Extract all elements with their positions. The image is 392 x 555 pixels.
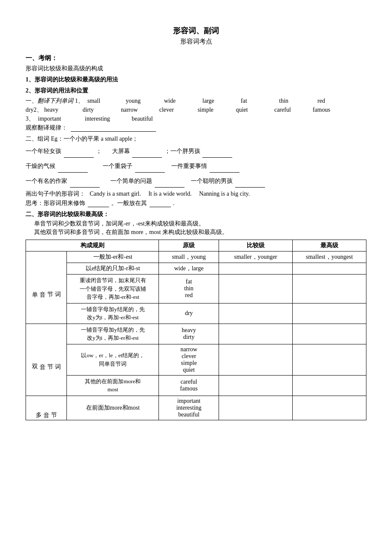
section2-header: 二、组词 Eg：一个小的平果 a small apple； [26, 135, 366, 143]
bijiao-2a [219, 324, 293, 344]
bijiao-3a [219, 396, 293, 420]
word-clever: clever [159, 107, 198, 113]
bijiao-1c [219, 275, 293, 304]
fill-3-blank3 [235, 175, 265, 188]
table-row-1b: 以e结尾的只加-r和-st wide，large [26, 263, 366, 275]
rule1: 单音节词和少数双音节词，加词尾-er，-est来构成较级和最高级。 [34, 220, 366, 228]
zuigao-2a [292, 324, 366, 344]
zuigao-1b [292, 263, 366, 275]
word-important: important [38, 116, 85, 122]
fill-1-blank1 [64, 145, 94, 158]
observation-line: 观察翻译规律： [26, 124, 366, 132]
subsection-1a: 1、形容词的比较级和最高级的用法 [26, 76, 366, 84]
subsection-1b: 2、形容词的用法和位置 [26, 87, 366, 95]
fill-3-blank2 [155, 175, 184, 188]
bijiao-1b [219, 263, 293, 275]
bijiao-1a: smaller，younger [219, 251, 293, 263]
word-thin: thin [279, 98, 317, 104]
word-red: red [317, 98, 356, 104]
fill-line-3: 一个有名的作家 一个简单的问题 一个聪明的男孩 [26, 175, 366, 188]
yuanji-2a: heavydirty [159, 324, 219, 344]
bijiao-2b [219, 344, 293, 375]
zuigao-2c [292, 375, 366, 396]
fill-3-text2: 一个简单的问题 [110, 178, 152, 184]
fill-1-text1: 一个年轻女孩 [26, 148, 61, 154]
think-end: . [173, 200, 175, 206]
rule-1c: 重读闭音节词，如末尾只有一个辅音字母，先双写该辅音字母，再加-er和-est [67, 275, 159, 304]
section3-header: 二、形容词的比较级和最高级： [26, 211, 366, 218]
section1-body: 形容词比较级和最高级的构成 [26, 65, 366, 72]
fill-1-blank2 [132, 145, 162, 158]
rule-1d: 一辅音字母加y结尾的，先改y为i，再加-er和-est [67, 303, 159, 324]
header-bijiao: 比较级 [219, 240, 293, 251]
table-row-3a: 多 音 节 在前面加more和most importantinteresting… [26, 396, 366, 420]
word-famous: famous [313, 107, 351, 113]
think-label: 思考：形容词用来修饰 [26, 200, 85, 206]
word-dirty: dirty [83, 107, 121, 113]
fill-1-text2: 大屏幕 [112, 148, 130, 154]
fill-2-blank3 [210, 160, 239, 173]
think-blank2 [150, 200, 171, 207]
yuanji-1a: small，young [159, 251, 219, 263]
fill-2-blank1 [58, 160, 88, 173]
category-multi: 多 音 节 [26, 396, 67, 420]
fill-2-text2: 一个重袋子 [103, 163, 133, 169]
line2-prefix: dry2、 [26, 106, 43, 114]
fill-2-blank2 [135, 160, 165, 173]
bijiao-1d [219, 303, 293, 324]
sentences-text: Candy is a smart girl. It is a wide worl… [87, 191, 250, 197]
yuanji-1c: fatthinred [159, 275, 219, 304]
header-zuigao: 最高级 [292, 240, 366, 251]
word-interesting: interesting [85, 116, 132, 122]
word-fat: fat [241, 98, 279, 104]
header-rule: 构成规则 [26, 240, 159, 251]
rule2: 其他双音节词和多音节词，在前面加 more，most 来构成比较级和最高级。 [34, 228, 366, 236]
think-blank1 [88, 200, 109, 207]
think-line: 思考：形容词用来修饰 。一般放在其 . [26, 199, 366, 207]
observation-blank [71, 124, 156, 132]
zuigao-1c [292, 275, 366, 304]
zuigao-1d [292, 303, 366, 324]
fill-3-text3: 一个聪明的男孩 [191, 178, 233, 184]
header-yuanji: 原级 [159, 240, 219, 251]
yuanji-1d: dry [159, 303, 219, 324]
word-beautiful: beautiful [132, 116, 179, 122]
word-list-line2: dry2、 heavy dirty narrow clever simple q… [26, 106, 366, 114]
zuigao-2b [292, 344, 366, 375]
word-list-line1: 一、 翻译下列单词 1、 small young wide large fat … [26, 97, 366, 105]
fill-3-blank1 [70, 175, 100, 188]
fill-3-text1: 一个有名的作家 [26, 178, 67, 184]
line1-italic: 翻译下列单词 [37, 97, 73, 105]
rule-1a: 一般加-er和-est [67, 251, 159, 263]
grammar-table: 构成规则 原级 比较级 最高级 单 音 节 词 一般加-er和-est smal… [26, 240, 366, 420]
line1-num: 1、 [75, 97, 84, 105]
word-quiet: quiet [236, 107, 274, 113]
word-wide: wide [164, 98, 202, 104]
word-list-line3: 3、 important interesting beautiful [26, 115, 366, 123]
rule-1b: 以e结尾的只加-r和-st [67, 263, 159, 275]
table-row-1c: 重读闭音节词，如末尾只有一个辅音字母，先双写该辅音字母，再加-er和-est f… [26, 275, 366, 304]
rule-2b: 以ow，er，le，et结尾的，同单音节词 [67, 344, 159, 375]
yuanji-1b: wide，large [159, 263, 219, 275]
think-text2: 。一般放在其 [111, 200, 147, 206]
word-heavy: heavy [44, 107, 83, 113]
rule-2a: 一辅音字母加y结尾的，先改y为i，再加-er和-est [67, 324, 159, 344]
word-narrow: narrow [121, 107, 159, 113]
fill-2-text1: 干燥的气候 [26, 163, 55, 169]
yuanji-3a: importantinterestingbeautiful [159, 396, 219, 420]
word-careful: careful [274, 107, 313, 113]
word-young: young [126, 98, 164, 104]
category-single: 单 音 节 词 [26, 251, 67, 324]
line1-prefix: 一、 [26, 97, 37, 105]
fill-1-blank3 [202, 145, 232, 158]
yuanji-2c: carefulfamous [159, 375, 219, 396]
word-small: small [87, 98, 126, 104]
table-row-2c: 其他的在前面加more和most carefulfamous [26, 375, 366, 396]
word-large: large [202, 98, 241, 104]
page-subtitle: 形容词考点 [26, 38, 366, 46]
fill-1-sep2: ；一个胖男孩 [164, 148, 200, 154]
bijiao-2c [219, 375, 293, 396]
table-row-1d: 一辅音字母加y结尾的，先改y为i，再加-er和-est dry [26, 303, 366, 324]
fill-line-2: 干燥的气候 一个重袋子 一件重要事情 [26, 160, 366, 173]
zuigao-1a: smallest，youngest [292, 251, 366, 263]
